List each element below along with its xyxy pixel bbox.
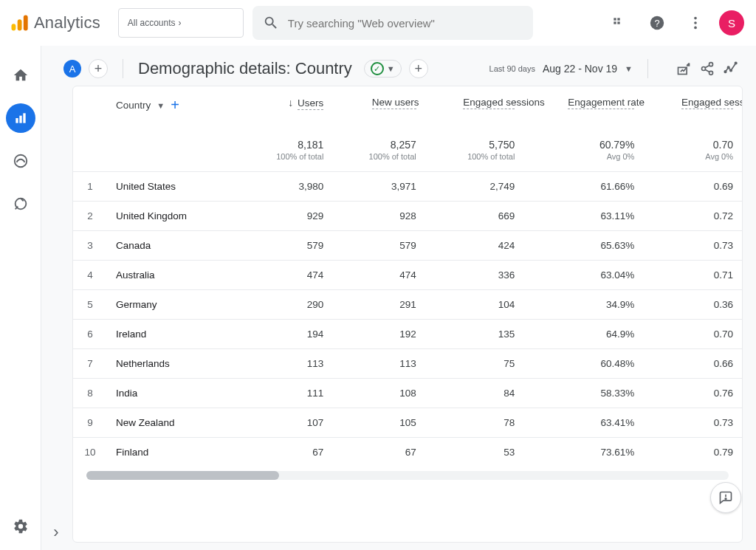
svg-rect-1 [18,19,22,30]
product-logo[interactable]: Analytics [9,13,100,33]
more-vertical-icon[interactable] [681,8,710,38]
cell-engagement-rate: 65.63% [523,231,643,261]
svg-rect-2 [24,16,28,31]
svg-point-22 [727,66,729,69]
row-dimension: Finland [107,438,240,467]
date-range-picker[interactable]: Last 90 days Aug 22 - Nov 19 ▼ [489,63,633,75]
column-header-eng-per-user[interactable]: Engaged sessions per user [643,86,742,118]
data-table: Country ▼ + ↓ Users New users Engaged se… [73,86,742,467]
cell-engaged-sessions: 669 [425,202,524,231]
summary-users: 8,181 [249,139,323,151]
search-input[interactable] [288,17,523,30]
svg-text:?: ? [654,18,659,29]
cell-eng-per-user: 0.36 [643,290,742,320]
table-row[interactable]: 3Canada57957942465.63%0.73 [73,231,742,261]
customize-report-icon[interactable] [676,61,691,76]
cell-engaged-sessions: 2,749 [425,172,524,202]
cell-eng-per-user: 0.69 [643,172,742,202]
date-range-label: Last 90 days [489,64,535,73]
row-dimension: Germany [107,290,240,320]
table-row[interactable]: 7Netherlands1131137560.48%0.66 [73,349,742,379]
horizontal-scrollbar[interactable] [86,471,729,480]
table-row[interactable]: 6Ireland19419213564.9%0.70 [73,320,742,349]
cell-users: 929 [240,202,332,231]
cell-users: 111 [240,379,332,408]
svg-rect-14 [23,113,25,123]
nav-explore-icon[interactable] [6,146,35,176]
table-row[interactable]: 4Australia47447433663.04%0.71 [73,261,742,290]
status-pill[interactable]: ✓ ▼ [364,60,402,78]
chevron-down-icon[interactable]: ▼ [157,101,165,110]
row-index: 8 [73,379,107,408]
avatar-initial: S [728,17,735,30]
product-name: Analytics [34,13,100,32]
search-bar[interactable] [252,6,533,40]
report-content: A + Demographic details: Country ✓ ▼ + L… [41,46,756,550]
column-header-engaged-sessions[interactable]: Engaged sessions [425,86,524,118]
svg-rect-0 [12,24,16,30]
svg-rect-12 [16,118,18,123]
cell-users: 67 [240,438,332,467]
row-index: 10 [73,438,107,467]
nav-home-icon[interactable] [6,61,35,90]
account-selector[interactable]: All accounts › [118,8,244,38]
table-row[interactable]: 10Finland67675373.61%0.79 [73,438,742,467]
svg-point-20 [709,71,713,75]
svg-point-15 [14,155,27,168]
row-index: 6 [73,320,107,349]
nav-admin-icon[interactable] [6,512,35,541]
row-index: 7 [73,349,107,379]
add-dimension-button[interactable]: + [171,97,179,114]
cell-users: 3,980 [240,172,332,202]
cell-engagement-rate: 34.9% [523,290,643,320]
date-range-value: Aug 22 - Nov 19 [543,63,617,75]
column-header-new-users[interactable]: New users [332,86,425,118]
audience-badge[interactable]: A [63,60,81,78]
svg-point-10 [694,21,697,24]
add-card-button[interactable]: + [409,59,428,78]
cell-engaged-sessions: 53 [425,438,524,467]
cell-users: 474 [240,261,332,290]
dimension-selector[interactable]: Country [116,100,151,111]
column-header-users[interactable]: ↓ Users [240,86,332,118]
report-title: Demographic details: Country [138,59,352,78]
table-row[interactable]: 5Germany29029110434.9%0.36 [73,290,742,320]
svg-point-18 [709,63,713,66]
summary-engaged-sessions: 5,750 [434,139,515,151]
table-header-row: Country ▼ + ↓ Users New users Engaged se… [73,86,742,118]
apps-launcher-icon[interactable] [604,8,633,38]
row-index: 5 [73,290,107,320]
cell-new-users: 474 [332,261,425,290]
share-icon[interactable] [700,61,715,76]
row-dimension: United Kingdom [107,202,240,231]
nav-advertising-icon[interactable] [6,189,35,219]
user-avatar[interactable]: S [719,10,744,35]
add-comparison-button[interactable]: + [89,59,108,78]
cell-engagement-rate: 63.41% [523,408,643,438]
insights-icon[interactable] [724,61,738,76]
nav-reports-icon[interactable] [6,103,35,133]
table-row[interactable]: 8India1111088458.33%0.76 [73,379,742,408]
svg-point-23 [730,69,732,72]
cell-engagement-rate: 73.61% [523,438,643,467]
table-row[interactable]: 1United States3,9803,9712,74961.66%0.69 [73,172,742,202]
svg-point-26 [725,498,726,500]
cell-users: 113 [240,349,332,379]
help-icon[interactable]: ? [642,8,672,38]
svg-rect-3 [614,18,616,20]
scrollbar-thumb[interactable] [86,471,279,480]
cell-new-users: 192 [332,320,425,349]
collapse-panel-button[interactable]: › [44,520,68,544]
chevron-right-icon: › [179,18,182,28]
report-header: A + Demographic details: Country ✓ ▼ + L… [41,46,756,86]
row-index: 2 [73,202,107,231]
cell-eng-per-user: 0.72 [643,202,742,231]
cell-new-users: 291 [332,290,425,320]
account-crumb-label: All accounts [128,18,176,28]
table-row[interactable]: 2United Kingdom92992866963.11%0.72 [73,202,742,231]
table-summary-row: 8,181100% of total 8,257100% of total 5,… [73,118,742,172]
feedback-button[interactable] [710,482,741,513]
cell-eng-per-user: 0.70 [643,320,742,349]
table-row[interactable]: 9New Zealand1071057863.41%0.73 [73,408,742,438]
cell-eng-per-user: 0.73 [643,231,742,261]
